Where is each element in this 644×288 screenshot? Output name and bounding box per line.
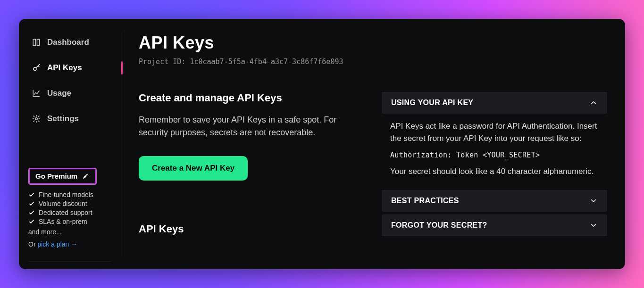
code-snippet: Authorization: Token <YOUR_SECRET>: [390, 150, 599, 161]
sidebar-item-label: Dashboard: [47, 38, 89, 47]
premium-feature: Volume discount: [28, 200, 111, 207]
layout-icon: [32, 38, 41, 47]
app-window: Dashboard API Keys Usage Settings: [19, 19, 625, 269]
info-accordion: USING YOUR API KEY API Keys act like a p…: [382, 92, 607, 236]
svg-point-4: [86, 174, 87, 175]
gear-icon: [32, 115, 41, 123]
premium-feature: Dedicated support: [28, 209, 111, 216]
rocket-icon: [81, 172, 90, 181]
go-premium-label: Go Premium: [35, 172, 77, 180]
create-api-key-button[interactable]: Create a New API Key: [139, 156, 248, 181]
sidebar-item-label: API Keys: [47, 63, 82, 73]
svg-point-3: [35, 118, 38, 120]
sidebar-item-settings[interactable]: Settings: [28, 107, 121, 130]
svg-rect-0: [33, 39, 35, 46]
premium-more: and more...: [28, 228, 111, 236]
plan-line: Or pick a plan →: [28, 240, 111, 248]
sidebar-item-api-keys[interactable]: API Keys: [28, 57, 121, 79]
sidebar-nav: Dashboard API Keys Usage Settings: [19, 31, 121, 130]
accordion-best-practices: BEST PRACTICES: [382, 190, 607, 212]
api-keys-list-heading: API Keys: [139, 223, 353, 235]
sidebar-item-usage[interactable]: Usage: [28, 82, 121, 105]
svg-rect-1: [37, 39, 40, 46]
premium-box: Go Premium Fine-tuned models Volume disc…: [28, 168, 111, 248]
accordion-body: API Keys act like a password for API Aut…: [382, 114, 607, 187]
accordion-forgot-secret: FORGOT YOUR SECRET?: [382, 214, 607, 236]
accordion-header[interactable]: FORGOT YOUR SECRET?: [382, 214, 607, 236]
share-feedback-link[interactable]: Share Feedback: [28, 261, 111, 269]
go-premium-button[interactable]: Go Premium: [28, 168, 97, 185]
accordion-using-api-key: USING YOUR API KEY API Keys act like a p…: [382, 92, 607, 187]
chart-icon: [32, 89, 41, 98]
chevron-down-icon: [589, 221, 598, 230]
sidebar-item-label: Settings: [47, 114, 79, 123]
create-body: Remember to save your API Keys in a safe…: [139, 114, 337, 139]
sidebar-item-dashboard[interactable]: Dashboard: [28, 31, 121, 54]
pick-plan-link[interactable]: pick a plan →: [37, 240, 77, 248]
accordion-header[interactable]: BEST PRACTICES: [382, 190, 607, 212]
accordion-header[interactable]: USING YOUR API KEY: [382, 92, 607, 114]
page-title: API Keys: [139, 33, 607, 53]
premium-feature: Fine-tuned models: [28, 191, 111, 198]
sidebar: Dashboard API Keys Usage Settings: [19, 19, 121, 269]
main-content: API Keys Project ID: 1c0caab7-5f5a-4fb4-…: [121, 19, 625, 269]
chevron-down-icon: [589, 197, 598, 205]
sidebar-item-label: Usage: [47, 89, 71, 98]
project-id: Project ID: 1c0caab7-5f5a-4fb4-a3c7-3c86…: [139, 58, 607, 66]
chevron-up-icon: [589, 99, 598, 107]
premium-feature: SLAs & on-prem: [28, 218, 111, 225]
key-icon: [32, 64, 41, 72]
create-heading: Create and manage API Keys: [139, 92, 353, 104]
